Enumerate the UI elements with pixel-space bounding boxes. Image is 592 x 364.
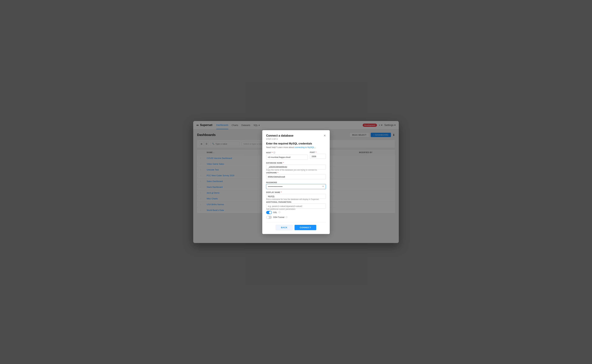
back-button[interactable]: BACK <box>276 225 293 230</box>
ssh-tunnel-toggle-knob <box>266 216 269 219</box>
modal-footer: BACK CONNECT <box>266 222 326 230</box>
display-name-label: DISPLAY NAME * <box>266 191 326 193</box>
host-group: HOST * ⓘ <box>266 151 308 160</box>
additional-params-label: ADDITIONAL PARAMETERS <box>266 201 326 203</box>
additional-params-group: ADDITIONAL PARAMETERS <box>266 201 326 209</box>
host-info-icon[interactable]: ⓘ <box>273 151 276 154</box>
ssh-tunnel-toggle[interactable] <box>266 216 272 219</box>
username-group: USERNAME * <box>266 172 326 179</box>
password-group: PASSWORD 👁 <box>266 182 326 189</box>
password-toggle-icon[interactable]: 👁 <box>322 185 324 188</box>
port-label: PORT * <box>310 151 326 153</box>
required-indicator: * <box>281 191 282 193</box>
host-port-row: HOST * ⓘ PORT * <box>266 151 326 160</box>
connect-database-modal: Connect a database ✕ STEP 2 OF 3 Enter t… <box>262 130 330 234</box>
display-name-hint: Pick a nickname for how the database wil… <box>266 198 326 201</box>
database-name-input[interactable] <box>266 164 326 169</box>
database-name-hint: Copy the name of the database you are tr… <box>266 169 326 171</box>
database-name-label: DATABASE NAME * <box>266 162 326 164</box>
ssl-toggle[interactable] <box>266 211 272 214</box>
port-group: PORT * <box>310 151 326 160</box>
modal-overlay: Connect a database ✕ STEP 2 OF 3 Enter t… <box>193 121 399 243</box>
ssh-tunnel-toggle-row: SSH Tunnel ⓘ <box>266 216 326 219</box>
additional-params-input[interactable] <box>266 204 326 209</box>
ssl-toggle-row: SSL ⓘ <box>266 211 326 214</box>
display-name-input[interactable] <box>266 194 326 199</box>
connect-button[interactable]: CONNECT <box>295 225 316 230</box>
password-label: PASSWORD <box>266 182 326 183</box>
ssh-tunnel-label: SSH Tunnel <box>273 216 284 218</box>
username-label: USERNAME * <box>266 172 326 174</box>
help-link[interactable]: connecting to MySQL... <box>294 146 316 149</box>
host-label: HOST * ⓘ <box>266 151 308 154</box>
username-input[interactable] <box>266 174 326 179</box>
ssl-info-icon[interactable]: ⓘ <box>278 211 280 214</box>
help-text: Need help? Learn more about connecting t… <box>266 146 326 149</box>
required-indicator: * <box>283 162 284 164</box>
modal-title: Connect a database <box>266 134 293 137</box>
host-input[interactable] <box>266 155 308 160</box>
ssh-tunnel-info-icon[interactable]: ⓘ <box>286 216 288 219</box>
ssl-label: SSL <box>273 211 277 214</box>
port-input[interactable] <box>310 154 326 159</box>
modal-close-button[interactable]: ✕ <box>323 134 326 137</box>
modal-header: Connect a database ✕ <box>266 134 326 137</box>
modal-subtitle: Enter the required MySQL credentials <box>266 142 326 145</box>
password-wrapper: 👁 <box>266 184 326 189</box>
step-indicator: STEP 2 OF 3 <box>266 138 326 140</box>
display-name-group: DISPLAY NAME * <box>266 191 326 199</box>
password-input[interactable] <box>266 184 326 189</box>
ssl-toggle-knob <box>269 211 272 214</box>
browser-window: ∞ Superset Dashboards Charts Datasets SQ… <box>193 121 399 243</box>
required-indicator: * <box>316 151 316 153</box>
required-indicator: * <box>277 172 278 174</box>
required-indicator: * <box>272 152 273 154</box>
database-name-group: DATABASE NAME * <box>266 162 326 169</box>
